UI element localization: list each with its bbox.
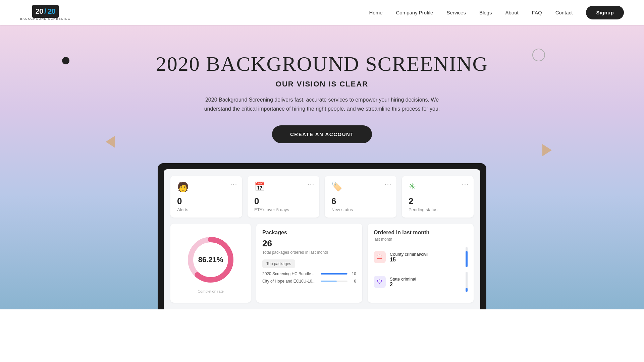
order-row-2: 🛡 State criminal 2 (374, 272, 468, 292)
stat-card-alerts: ··· 🧑 0 Alerts (170, 176, 242, 218)
donut-text: 86.21% (198, 255, 223, 264)
hero-triangle-right-decoration (542, 144, 552, 156)
nav-link-about[interactable]: About (505, 10, 518, 15)
logo-subtitle: BACKGROUND SCREENING (20, 17, 71, 20)
top-packages-label: Top packages (262, 259, 295, 268)
stat-card-eta: ··· 📅 0 ETA's over 5 days (248, 176, 319, 218)
package-bar-fill-2 (321, 281, 337, 282)
packages-sublabel: Total packages ordered in last month (262, 250, 356, 255)
navbar: 20 / 20 BACKGROUND SCREENING Home Compan… (0, 0, 644, 25)
calendar-icon: 📅 (254, 181, 266, 193)
hero-circle-decoration (532, 49, 545, 61)
package-value-2: 6 (350, 279, 356, 284)
hero-section: 2020 BACKGROUND SCREENING OUR VISION IS … (0, 25, 644, 309)
order-info-1: County criminal/civil 15 (390, 252, 462, 263)
package-bar-2 (321, 281, 347, 282)
nav-link-services[interactable]: Services (446, 10, 466, 15)
order-info-2: State criminal 2 (390, 277, 462, 288)
logo: 20 / 20 BACKGROUND SCREENING (20, 5, 71, 20)
dashboard-mockup: ··· 🧑 0 Alerts ··· 📅 0 ETA's over 5 days… (158, 163, 486, 309)
order-bar-fill-2 (466, 288, 468, 292)
stat-card-pending-status: ··· ✳ 2 Pending status (402, 176, 474, 218)
signup-button[interactable]: Signup (586, 6, 624, 19)
spinner-icon: ✳ (409, 181, 421, 193)
orders-period: last month (374, 237, 468, 242)
hero-title: 2020 BACKGROUND SCREENING (156, 52, 488, 76)
orders-card: Ordered in last month last month 🏛 Count… (368, 224, 474, 303)
package-bar-1 (321, 273, 347, 275)
dashboard-inner: ··· 🧑 0 Alerts ··· 📅 0 ETA's over 5 days… (164, 169, 480, 309)
nav-link-company-profile[interactable]: Company Profile (396, 10, 433, 15)
package-name-1: 2020 Screening HC Bundle ... (262, 272, 318, 276)
order-name-2: State criminal (390, 277, 462, 282)
nav-link-faq[interactable]: FAQ (532, 10, 542, 15)
nav-links: Home Company Profile Services Blogs Abou… (369, 6, 624, 19)
donut-chart: 86.21% (184, 233, 237, 287)
packages-count: 26 (262, 238, 356, 249)
new-status-label: New status (331, 207, 390, 212)
order-row-1: 🏛 County criminal/civil 15 (374, 247, 468, 267)
pending-status-number: 2 (409, 196, 467, 206)
order-icon-shield: 🛡 (374, 276, 386, 288)
card-menu-dots[interactable]: ··· (230, 181, 237, 188)
hero-triangle-left-decoration (106, 136, 115, 148)
order-name-1: County criminal/civil (390, 252, 462, 257)
stat-cards-row: ··· 🧑 0 Alerts ··· 📅 0 ETA's over 5 days… (170, 176, 474, 218)
completion-rate-card: 86.21% Completion rate (170, 224, 251, 303)
donut-label: Completion rate (198, 289, 224, 293)
logo-text-right: 20 (48, 7, 55, 16)
packages-card: Packages 26 Total packages ordered in la… (256, 224, 362, 303)
nav-link-contact[interactable]: Contact (555, 10, 573, 15)
card-menu-dots[interactable]: ··· (462, 181, 469, 188)
donut-percentage: 86.21% (198, 255, 223, 264)
order-count-1: 15 (390, 257, 462, 263)
order-icon-building: 🏛 (374, 251, 386, 263)
order-bar-fill-1 (466, 251, 468, 267)
orders-title: Ordered in last month (374, 230, 468, 236)
package-row-2: City of Hope and EC10U-10... 6 (262, 279, 356, 284)
package-row-1: 2020 Screening HC Bundle ... 10 (262, 272, 356, 276)
order-count-2: 2 (390, 282, 462, 288)
card-menu-dots[interactable]: ··· (308, 181, 315, 188)
package-bar-fill-1 (321, 273, 347, 275)
eta-label: ETA's over 5 days (254, 207, 313, 212)
nav-link-home[interactable]: Home (369, 10, 382, 15)
logo-text-left: 20 (36, 7, 43, 16)
order-bar-1 (466, 247, 468, 267)
person-icon: 🧑 (177, 181, 189, 193)
alerts-label: Alerts (177, 207, 235, 212)
order-bar-2 (466, 272, 468, 292)
card-menu-dots[interactable]: ··· (385, 181, 392, 188)
package-value-1: 10 (350, 272, 356, 276)
hero-dot-decoration (62, 57, 69, 64)
logo-slash: / (44, 7, 46, 16)
tag-icon: 🏷️ (331, 181, 343, 193)
pending-status-label: Pending status (409, 207, 467, 212)
alerts-number: 0 (177, 196, 235, 206)
new-status-number: 6 (331, 196, 390, 206)
stat-card-new-status: ··· 🏷️ 6 New status (325, 176, 396, 218)
create-account-button[interactable]: CREATE AN ACCOUNT (272, 125, 372, 143)
hero-description: 2020 Background Screening delivers fast,… (191, 95, 453, 113)
eta-number: 0 (254, 196, 313, 206)
nav-link-blogs[interactable]: Blogs (479, 10, 492, 15)
hero-subtitle: OUR VISION IS CLEAR (276, 80, 368, 88)
packages-title: Packages (262, 230, 356, 236)
package-name-2: City of Hope and EC10U-10... (262, 279, 318, 284)
bottom-cards-row: 86.21% Completion rate Packages 26 Total… (170, 224, 474, 303)
